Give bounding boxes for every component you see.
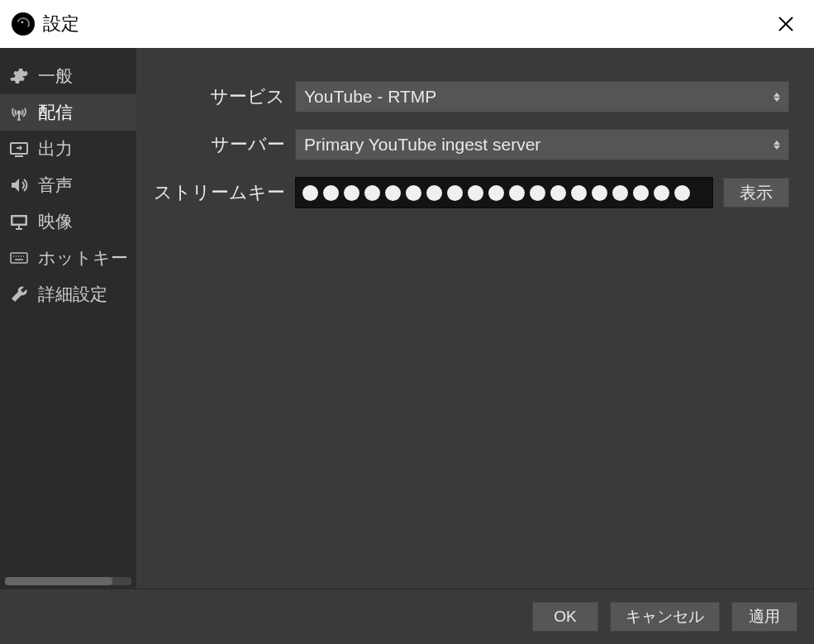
wrench-icon	[8, 284, 30, 305]
show-button[interactable]: 表示	[723, 178, 789, 208]
server-select[interactable]: Primary YouTube ingest server	[295, 129, 789, 160]
title-bar: 設定	[0, 0, 814, 48]
password-dot	[302, 185, 318, 201]
sidebar: 一般 A 配信 出力 音声 映像	[0, 48, 136, 589]
password-dot	[633, 185, 649, 201]
sidebar-item-video[interactable]: 映像	[0, 203, 136, 240]
sidebar-item-output[interactable]: 出力	[0, 131, 136, 167]
sidebar-item-label: 一般	[38, 64, 73, 88]
sidebar-item-label: 音声	[38, 174, 73, 197]
svg-rect-11	[11, 253, 27, 263]
antenna-icon: A	[8, 102, 30, 123]
close-icon	[778, 16, 794, 32]
monitor-icon	[8, 211, 30, 232]
obs-logo-icon	[12, 12, 35, 36]
password-dot	[426, 185, 442, 201]
content-pane: サービス YouTube - RTMP サーバー Primary YouTube…	[136, 48, 814, 589]
gear-icon	[8, 65, 30, 87]
output-icon	[8, 138, 30, 160]
sidebar-item-advanced[interactable]: 詳細設定	[0, 276, 136, 312]
ok-button[interactable]: OK	[532, 602, 598, 632]
chevron-updown-icon	[774, 93, 780, 102]
svg-text:A: A	[17, 116, 21, 122]
password-dot	[550, 185, 566, 201]
server-label: サーバー	[145, 132, 285, 157]
password-dot	[674, 185, 690, 201]
sidebar-item-label: 出力	[38, 137, 73, 160]
sidebar-item-stream[interactable]: A 配信	[0, 94, 136, 131]
service-label: サービス	[145, 84, 285, 109]
password-dot	[406, 185, 421, 201]
sidebar-item-label: 詳細設定	[38, 283, 107, 306]
sidebar-item-label: 映像	[38, 210, 73, 233]
server-value: Primary YouTube ingest server	[304, 135, 540, 155]
speaker-icon	[8, 174, 30, 196]
keyboard-icon	[8, 247, 30, 269]
sidebar-item-audio[interactable]: 音声	[0, 167, 136, 203]
streamkey-input[interactable]	[295, 177, 713, 208]
chevron-updown-icon	[774, 141, 780, 150]
window-title: 設定	[43, 12, 79, 36]
sidebar-item-label: ホットキー	[38, 246, 128, 270]
password-dot	[530, 185, 545, 201]
close-button[interactable]	[769, 7, 802, 41]
password-dot	[447, 185, 463, 201]
sidebar-item-general[interactable]: 一般	[0, 58, 136, 94]
service-value: YouTube - RTMP	[304, 87, 436, 107]
footer: OK キャンセル 適用	[0, 589, 814, 644]
sidebar-scrollbar[interactable]	[5, 577, 131, 585]
password-dot	[509, 185, 525, 201]
password-dot	[364, 185, 380, 201]
sidebar-item-label: 配信	[38, 101, 73, 124]
service-select[interactable]: YouTube - RTMP	[295, 81, 789, 112]
password-dot	[612, 185, 628, 201]
password-dot	[323, 185, 339, 201]
svg-rect-8	[12, 217, 26, 225]
password-dot	[488, 185, 504, 201]
password-dot	[654, 185, 669, 201]
password-dot	[385, 185, 401, 201]
apply-button[interactable]: 適用	[731, 602, 797, 632]
password-dot	[468, 185, 483, 201]
password-dot	[344, 185, 359, 201]
password-dot	[592, 185, 607, 201]
password-dot	[571, 185, 587, 201]
streamkey-label: ストリームキー	[145, 180, 285, 205]
sidebar-item-hotkeys[interactable]: ホットキー	[0, 240, 136, 276]
cancel-button[interactable]: キャンセル	[610, 602, 720, 632]
